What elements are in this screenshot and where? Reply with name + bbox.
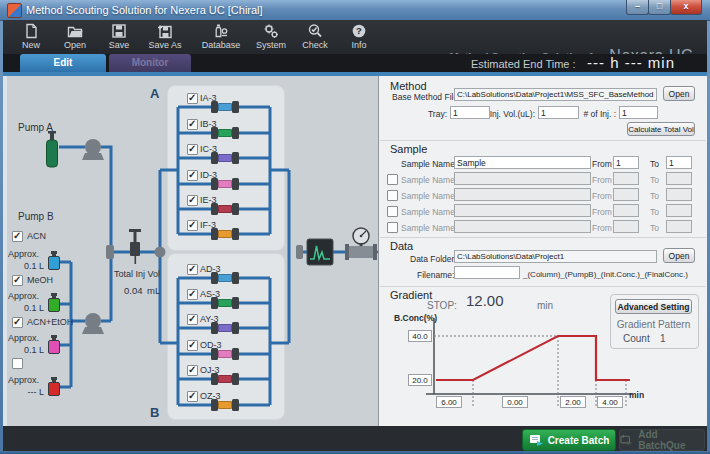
inj-vol-input[interactable]	[538, 106, 579, 119]
check-button[interactable]: Check	[293, 22, 337, 53]
system-button[interactable]: System	[249, 22, 293, 53]
solvent-acn-etoh-checkbox[interactable]	[12, 317, 23, 328]
save-as-button[interactable]: Save As	[143, 22, 187, 53]
tray-label: Tray:	[410, 109, 447, 119]
diagram-left-edge	[3, 76, 7, 426]
add-batchque-button[interactable]: Add BatchQue	[619, 429, 705, 451]
sample-4-from-input[interactable]	[613, 204, 639, 217]
calculate-total-vol-button[interactable]: Calculate Total Vol	[627, 122, 695, 136]
minimize-icon: –	[627, 0, 648, 13]
column-checkbox-ia3[interactable]	[187, 93, 198, 104]
gradient-time-4-input[interactable]	[597, 396, 623, 408]
solvent-meoh-checkbox[interactable]	[12, 275, 23, 286]
create-batch-button[interactable]: Create Batch	[522, 429, 616, 451]
num-inj-input[interactable]	[619, 106, 658, 119]
stop-time-unit: min	[537, 301, 553, 311]
database-icon	[213, 23, 229, 39]
sample-5-from-input[interactable]	[613, 220, 639, 233]
data-folder-input[interactable]	[454, 250, 657, 263]
sample-5-to-input[interactable]	[666, 220, 692, 233]
sample-1-to-input[interactable]	[666, 156, 692, 169]
column-cap	[232, 322, 239, 334]
estimated-end-time-label: Estimated End Time :	[471, 58, 576, 70]
column-checkbox-id3[interactable]	[187, 170, 198, 181]
filename-input[interactable]	[454, 266, 520, 279]
data-open-button[interactable]: Open	[663, 248, 695, 263]
column-body	[218, 401, 232, 409]
sample-name-4-checkbox[interactable]	[387, 206, 398, 217]
column-checkbox-ad3[interactable]	[187, 264, 198, 275]
column-body	[218, 154, 232, 162]
sample-section-title: Sample	[390, 143, 427, 155]
sample-2-from-input[interactable]	[613, 172, 639, 185]
open-button[interactable]: Open	[53, 22, 97, 53]
sample-name-5-input[interactable]	[454, 220, 591, 233]
column-cap	[211, 152, 218, 164]
solvent-acn-label: ACN	[27, 231, 46, 241]
sample-3-from-input[interactable]	[613, 188, 639, 201]
column-checkbox-if3[interactable]	[187, 220, 198, 231]
column-cap	[232, 101, 239, 113]
sample-name-5-checkbox[interactable]	[387, 222, 398, 233]
advanced-setting-button[interactable]: Advanced Setting	[615, 299, 692, 314]
solvent-meoh-label: MeOH	[27, 275, 53, 285]
solvent-approx-label: Approx.	[8, 333, 39, 343]
close-button[interactable]: x	[670, 0, 702, 15]
sample-name-3-input[interactable]	[454, 188, 591, 201]
gradient-time-2-input[interactable]	[502, 396, 528, 408]
column-checkbox-oz3[interactable]	[187, 391, 198, 402]
gradient-low-conc-input[interactable]	[408, 374, 432, 386]
gradient-time-1-input[interactable]	[436, 396, 462, 408]
toolbar: New Open Save Save As Database System Ch…	[3, 20, 707, 54]
sample-2-to-input[interactable]	[666, 172, 692, 185]
column-checkbox-as3[interactable]	[187, 289, 198, 300]
sample-1-from-input[interactable]	[613, 156, 639, 169]
info-label: Info	[337, 40, 381, 50]
stop-label: STOP:	[427, 301, 457, 311]
gradient-time-3-input[interactable]	[560, 396, 586, 408]
to-label: To	[650, 159, 659, 169]
column-checkbox-od3[interactable]	[187, 340, 198, 351]
sample-4-to-input[interactable]	[666, 204, 692, 217]
tab-edit[interactable]: Edit	[20, 54, 106, 72]
gradient-high-conc-input[interactable]	[408, 330, 432, 342]
sample-name-1-input[interactable]	[454, 156, 591, 169]
tab-monitor[interactable]: Monitor	[109, 54, 191, 72]
column-checkbox-oj3[interactable]	[187, 365, 198, 376]
gradient-count-value: 1	[660, 334, 666, 344]
check-label: Check	[293, 40, 337, 50]
solvent-4-checkbox[interactable]	[12, 358, 23, 369]
method-open-button[interactable]: Open	[663, 86, 695, 101]
sample-name-2-input[interactable]	[454, 172, 591, 185]
sample-name-2-checkbox[interactable]	[387, 174, 398, 185]
column-checkbox-ib3[interactable]	[187, 119, 198, 130]
solvent-bottle	[47, 293, 61, 312]
section-divider	[380, 237, 706, 238]
column-cap	[211, 228, 218, 240]
column-checkbox-ay3[interactable]	[187, 314, 198, 325]
sample-name-4-input[interactable]	[454, 204, 591, 217]
gradient-pattern-label: Gradient Pattern	[610, 320, 697, 330]
solvent-acn-checkbox[interactable]	[12, 231, 23, 242]
column-checkbox-ie3[interactable]	[187, 195, 198, 206]
from-label: From	[592, 175, 612, 185]
info-button[interactable]: ? Info	[337, 22, 381, 53]
system-label: System	[249, 40, 293, 50]
base-method-file-input[interactable]	[454, 88, 657, 101]
database-label: Database	[199, 40, 243, 50]
add-batchque-label: Add BatchQue	[638, 429, 704, 451]
sample-name-3-checkbox[interactable]	[387, 190, 398, 201]
sample-3-to-input[interactable]	[666, 188, 692, 201]
system-gears-icon	[263, 23, 279, 39]
inj-vol-label: Inj. Vol.(uL):	[482, 109, 535, 119]
num-inj-label: # of Inj. :	[575, 109, 616, 119]
column-cap	[232, 228, 239, 240]
save-button[interactable]: Save	[97, 22, 141, 53]
column-cap	[232, 127, 239, 139]
maximize-button[interactable]: □	[648, 0, 671, 15]
new-button[interactable]: New	[9, 22, 53, 53]
database-button[interactable]: Database	[199, 22, 243, 53]
column-cap	[232, 399, 239, 411]
column-checkbox-ic3[interactable]	[187, 144, 198, 155]
minimize-button[interactable]: –	[626, 0, 649, 15]
